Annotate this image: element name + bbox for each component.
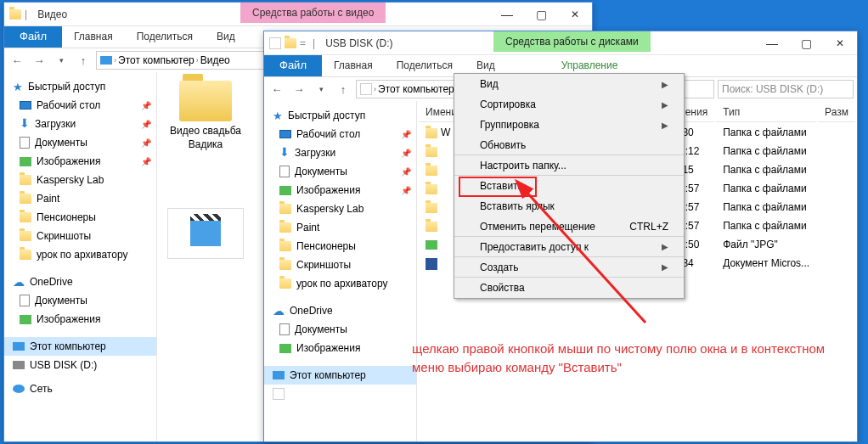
search-input[interactable]: Поиск: USB DISK (D:) bbox=[718, 80, 854, 98]
sidebar-label: Быстрый доступ bbox=[28, 81, 105, 93]
close-button[interactable]: ✕ bbox=[558, 3, 592, 26]
breadcrumb[interactable]: Этот компьютер bbox=[378, 83, 454, 95]
col-size[interactable]: Разм bbox=[818, 103, 855, 122]
sidebar-label: Paint bbox=[296, 222, 319, 233]
sidebar-item[interactable]: Пенсионеры bbox=[4, 208, 156, 227]
sidebar-label: Kaspersky Lab bbox=[37, 174, 104, 186]
sidebar-this-pc[interactable]: Этот компьютер bbox=[4, 337, 156, 356]
desktop-icon bbox=[20, 101, 31, 110]
context-menu-item[interactable]: Сортировка▶ bbox=[454, 94, 684, 115]
minimize-button[interactable]: — bbox=[755, 31, 789, 55]
menu-label: Вид bbox=[480, 78, 499, 90]
menu-label: Сортировка bbox=[480, 98, 536, 110]
usb-icon bbox=[13, 361, 25, 369]
sidebar-item-desktop[interactable]: Рабочий стол📌 bbox=[4, 96, 156, 115]
sidebar-item-downloads[interactable]: ⬇Загрузки📌 bbox=[4, 115, 156, 133]
context-menu-item[interactable]: Обновить bbox=[454, 135, 684, 155]
nav-forward[interactable]: → bbox=[290, 80, 308, 98]
titlebar-video[interactable]: | Видео Средства работы с видео — ▢ ✕ bbox=[4, 3, 592, 26]
sidebar-item[interactable]: Скриншоты bbox=[264, 256, 416, 274]
sidebar-item[interactable]: урок по архиватору bbox=[4, 245, 156, 264]
maximize-button[interactable]: ▢ bbox=[789, 31, 823, 55]
context-menu-item[interactable]: Группировка▶ bbox=[454, 115, 684, 135]
sidebar-item[interactable]: Скриншоты bbox=[4, 227, 156, 245]
documents-icon bbox=[20, 137, 30, 149]
nav-history[interactable]: ▾ bbox=[312, 80, 330, 98]
pin-icon: 📌 bbox=[401, 186, 411, 195]
sidebar-label: USB DISK (D:) bbox=[30, 359, 97, 371]
nav-up[interactable]: ↑ bbox=[334, 80, 352, 98]
col-type[interactable]: Тип bbox=[716, 103, 816, 122]
nav-forward[interactable]: → bbox=[30, 51, 48, 70]
sidebar-item-downloads[interactable]: ⬇Загрузки📌 bbox=[264, 143, 416, 162]
sidebar-this-pc[interactable]: Этот компьютер bbox=[264, 366, 416, 385]
divider: | bbox=[25, 8, 27, 20]
menu-home[interactable]: Главная bbox=[322, 55, 385, 76]
sidebar-item-documents[interactable]: Документы📌 bbox=[264, 162, 416, 181]
file-tab[interactable]: Файл bbox=[4, 26, 62, 48]
sidebar-item[interactable]: Kaspersky Lab bbox=[264, 200, 416, 218]
sidebar-onedrive[interactable]: ☁OneDrive bbox=[4, 273, 156, 291]
sidebar-item[interactable]: Изображения bbox=[264, 339, 416, 357]
sidebar-item[interactable]: Paint bbox=[4, 189, 156, 208]
cell-type: Папка с файлами bbox=[716, 161, 816, 178]
menu-share[interactable]: Поделиться bbox=[385, 55, 465, 76]
sidebar-item-desktop[interactable]: Рабочий стол📌 bbox=[264, 125, 416, 143]
titlebar-usb[interactable]: = | USB DISK (D:) Средства работы с диск… bbox=[264, 31, 857, 55]
sidebar-item[interactable]: Пенсионеры bbox=[264, 237, 416, 256]
menu-home[interactable]: Главная bbox=[62, 26, 125, 48]
sidebar-quick-access[interactable]: ★Быстрый доступ bbox=[4, 77, 156, 96]
nav-back[interactable]: ← bbox=[268, 80, 286, 98]
context-menu-item[interactable]: Вид▶ bbox=[454, 74, 684, 94]
context-menu-item[interactable]: Настроить папку... bbox=[454, 155, 684, 176]
minimize-button[interactable]: — bbox=[490, 3, 524, 26]
pc-icon bbox=[273, 371, 285, 379]
file-icon bbox=[426, 222, 437, 232]
maximize-button[interactable]: ▢ bbox=[524, 3, 558, 26]
breadcrumb-sep: › bbox=[374, 85, 376, 93]
sidebar-item[interactable]: урок по архиватору bbox=[264, 274, 416, 293]
nav-history[interactable]: ▾ bbox=[52, 51, 70, 70]
sidebar-item[interactable]: Документы bbox=[4, 291, 156, 310]
sidebar-item-images[interactable]: Изображения📌 bbox=[4, 152, 156, 171]
documents-icon bbox=[279, 323, 290, 335]
folder-item[interactable]: Видео свадьба Вадика bbox=[166, 81, 245, 151]
sidebar-label: Документы bbox=[35, 137, 87, 149]
pin-icon: 📌 bbox=[401, 149, 411, 158]
close-button[interactable]: ✕ bbox=[823, 31, 857, 55]
breadcrumb[interactable]: Видео bbox=[200, 54, 230, 66]
breadcrumb[interactable]: Этот компьютер bbox=[118, 54, 194, 66]
chevron-right-icon: ▶ bbox=[662, 121, 668, 130]
sidebar-item[interactable]: Kaspersky Lab bbox=[4, 171, 156, 189]
nav-back[interactable]: ← bbox=[8, 51, 26, 70]
folder-icon bbox=[9, 9, 21, 20]
sidebar-usb[interactable] bbox=[264, 385, 416, 403]
svg-line-0 bbox=[525, 190, 645, 323]
sidebar-item[interactable]: Paint bbox=[264, 218, 416, 237]
folder-icon bbox=[279, 278, 291, 289]
video-thumb[interactable] bbox=[167, 208, 244, 259]
sidebar-quick-access[interactable]: ★Быстрый доступ bbox=[264, 106, 416, 125]
sidebar-network[interactable]: Сеть bbox=[4, 379, 156, 398]
menu-label: Группировка bbox=[480, 119, 539, 131]
sidebar-item[interactable]: Документы bbox=[264, 320, 416, 339]
menu-share[interactable]: Поделиться bbox=[125, 26, 205, 48]
search-placeholder: Поиск: USB DISK (D:) bbox=[722, 83, 823, 95]
sidebar-item-images[interactable]: Изображения📌 bbox=[264, 181, 416, 200]
folder-icon bbox=[20, 194, 31, 204]
contextual-tab-video[interactable]: Средства работы с видео bbox=[240, 3, 386, 23]
window-title: USB DISK (D:) bbox=[325, 37, 392, 49]
folder-icon bbox=[279, 204, 291, 214]
sidebar-item[interactable]: Изображения bbox=[4, 310, 156, 329]
sidebar-onedrive[interactable]: ☁OneDrive bbox=[264, 301, 416, 320]
file-tab[interactable]: Файл bbox=[264, 55, 322, 76]
cell-type: Папка с файлами bbox=[716, 124, 816, 141]
sidebar-label: Изображения bbox=[296, 184, 360, 196]
sidebar-usb[interactable]: USB DISK (D:) bbox=[4, 356, 156, 374]
contextual-tab-drive[interactable]: Средства работы с дисками bbox=[493, 31, 651, 52]
cell-type: Папка с файлами bbox=[716, 199, 816, 216]
nav-up[interactable]: ↑ bbox=[74, 51, 93, 70]
sidebar-item-documents[interactable]: Документы📌 bbox=[4, 133, 156, 152]
cloud-icon: ☁ bbox=[13, 275, 25, 289]
menu-view[interactable]: Вид bbox=[205, 26, 247, 48]
